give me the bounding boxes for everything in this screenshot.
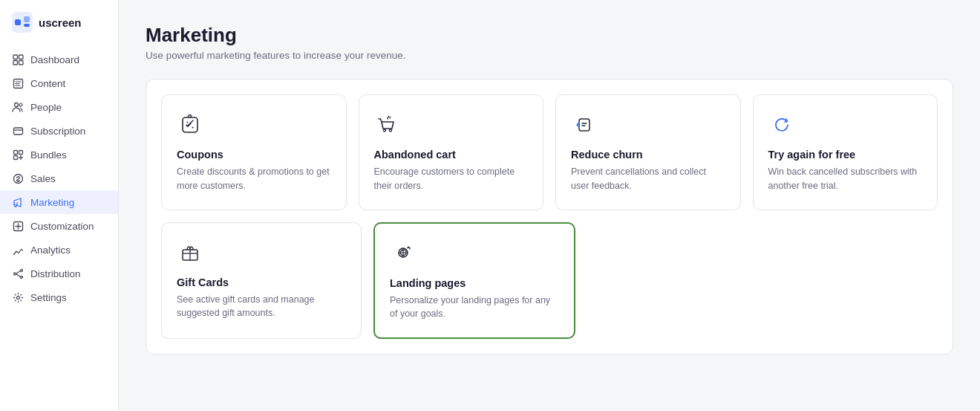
sidebar-item-customization[interactable]: Customization — [0, 214, 118, 238]
landing-pages-title: Landing pages — [390, 277, 559, 289]
sidebar-item-content[interactable]: Content — [0, 71, 118, 95]
page-subtitle: Use powerful marketing features to incre… — [146, 50, 953, 61]
card-reduce-churn[interactable]: Reduce churn Prevent cancellations and c… — [555, 94, 741, 210]
try-again-icon — [768, 111, 795, 138]
card-try-again[interactable]: Try again for free Win back cancelled su… — [753, 94, 938, 210]
uscreen-logo-icon — [12, 12, 33, 33]
svg-rect-7 — [19, 60, 23, 65]
sidebar-item-subscription[interactable]: Subscription — [0, 119, 118, 143]
sidebar-item-sales[interactable]: Sales — [0, 166, 118, 190]
svg-point-10 — [19, 103, 22, 106]
try-again-desc: Win back cancelled subscribers with anot… — [768, 165, 923, 193]
sidebar: uscreen Dashboard Content People Subscri… — [0, 0, 119, 411]
customization-icon — [12, 220, 24, 232]
spacer-2 — [768, 222, 938, 340]
svg-rect-3 — [24, 24, 30, 27]
sidebar-label-distribution: Distribution — [30, 268, 81, 279]
svg-point-9 — [15, 103, 19, 107]
sidebar-item-dashboard[interactable]: Dashboard — [0, 48, 118, 71]
page-title: Marketing — [146, 24, 953, 47]
brand-name: uscreen — [39, 16, 82, 29]
cards-row-2: Gift Cards See active gift cards and man… — [161, 222, 938, 340]
subscription-icon — [12, 125, 24, 137]
sidebar-label-sales: Sales — [30, 173, 56, 184]
analytics-icon — [12, 244, 24, 256]
dashboard-icon — [12, 54, 24, 65]
svg-point-20 — [20, 276, 22, 278]
svg-point-25 — [389, 129, 391, 132]
gift-cards-icon — [177, 239, 203, 266]
svg-rect-4 — [13, 55, 18, 59]
marketing-icon — [12, 196, 24, 208]
card-landing-pages[interactable]: Landing pages Personalize your landing p… — [373, 222, 575, 340]
sidebar-item-marketing[interactable]: Marketing — [0, 190, 118, 214]
coupons-desc: Create discounts & promotions to get mor… — [177, 165, 331, 193]
card-abandoned-cart[interactable]: Abandoned cart Encourage customers to co… — [359, 94, 544, 210]
sales-icon — [12, 172, 24, 184]
svg-rect-6 — [13, 60, 18, 65]
sidebar-item-analytics[interactable]: Analytics — [0, 238, 118, 262]
card-gift-cards[interactable]: Gift Cards See active gift cards and man… — [161, 222, 362, 340]
sidebar-item-people[interactable]: People — [0, 95, 118, 119]
reduce-churn-icon — [571, 111, 598, 138]
svg-rect-1 — [15, 19, 21, 25]
svg-point-24 — [383, 129, 385, 132]
coupons-title: Coupons — [177, 149, 331, 161]
sidebar-item-distribution[interactable]: Distribution — [0, 262, 118, 285]
sidebar-label-dashboard: Dashboard — [30, 54, 79, 65]
content-icon — [12, 77, 24, 89]
people-icon — [12, 101, 24, 113]
bundles-icon — [12, 149, 24, 161]
sidebar-label-customization: Customization — [30, 221, 94, 232]
svg-point-28 — [408, 246, 409, 247]
svg-rect-15 — [13, 155, 17, 159]
spacer-1 — [587, 222, 757, 340]
try-again-title: Try again for free — [768, 149, 923, 161]
svg-rect-5 — [19, 55, 23, 59]
svg-point-23 — [192, 127, 194, 129]
sidebar-label-content: Content — [30, 78, 65, 89]
svg-point-22 — [187, 122, 189, 123]
sidebar-item-bundles[interactable]: Bundles — [0, 143, 118, 166]
cards-row-1: Coupons Create discounts & promotions to… — [161, 94, 938, 210]
sidebar-item-settings[interactable]: Settings — [0, 285, 118, 309]
svg-point-21 — [16, 296, 19, 299]
card-coupons[interactable]: Coupons Create discounts & promotions to… — [161, 94, 347, 210]
sidebar-label-analytics: Analytics — [30, 245, 71, 256]
main-content: Marketing Use powerful marketing feature… — [119, 0, 980, 411]
coupons-icon — [177, 111, 203, 138]
svg-point-19 — [20, 269, 22, 271]
abandoned-cart-icon — [374, 111, 401, 138]
svg-rect-14 — [19, 150, 22, 154]
sidebar-label-marketing: Marketing — [30, 197, 74, 208]
logo-area: uscreen — [0, 12, 118, 48]
sidebar-label-people: People — [30, 102, 62, 113]
reduce-churn-desc: Prevent cancellations and collect user f… — [571, 165, 725, 193]
gift-cards-title: Gift Cards — [177, 276, 346, 288]
svg-rect-2 — [24, 16, 30, 22]
settings-icon — [12, 291, 24, 303]
abandoned-cart-title: Abandoned cart — [374, 149, 529, 161]
landing-pages-icon — [390, 240, 416, 267]
gift-cards-desc: See active gift cards and manage suggest… — [177, 293, 346, 321]
svg-rect-13 — [13, 150, 17, 154]
sidebar-label-bundles: Bundles — [30, 149, 67, 161]
landing-pages-desc: Personalize your landing pages for any o… — [390, 294, 559, 322]
distribution-icon — [12, 268, 24, 279]
cards-container: Coupons Create discounts & promotions to… — [146, 79, 953, 355]
svg-rect-11 — [13, 128, 22, 135]
reduce-churn-title: Reduce churn — [571, 149, 725, 161]
abandoned-cart-desc: Encourage customers to complete their or… — [374, 165, 529, 193]
sidebar-label-subscription: Subscription — [30, 126, 85, 137]
sidebar-label-settings: Settings — [30, 292, 67, 303]
